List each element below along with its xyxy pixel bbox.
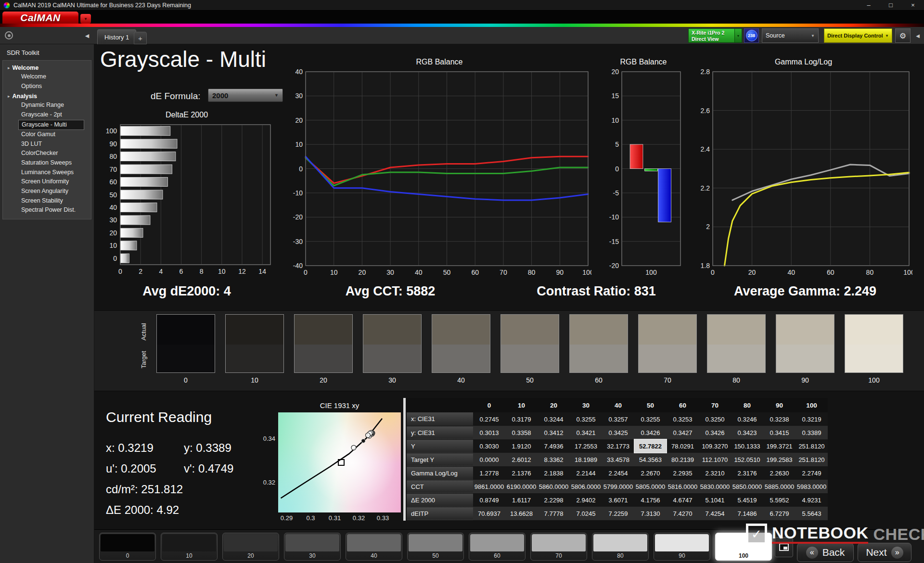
table-cell: 0.8749: [473, 493, 505, 507]
meter-select[interactable]: X-Rite i1Pro 2 Direct View ▼: [688, 28, 742, 43]
svg-text:90: 90: [109, 140, 117, 148]
swatch-actual: [845, 315, 903, 345]
svg-text:0: 0: [711, 269, 715, 276]
back-button[interactable]: « Back: [797, 543, 854, 562]
spectrum-strip: [0, 24, 924, 27]
calman-logo[interactable]: CalMAN: [2, 12, 78, 24]
display-control-select[interactable]: Direct Display Control ▼: [824, 28, 892, 43]
sidebar: SDR Toolkit ▸WelcomeWelcomeOptions▸Analy…: [0, 44, 94, 563]
tab-history-1[interactable]: History 1: [97, 29, 136, 44]
patch-window-button[interactable]: [775, 537, 793, 557]
table-cell: 70.6937: [473, 507, 505, 520]
next-chevron-icon: »: [891, 547, 903, 559]
patch-button-0[interactable]: 0: [99, 533, 156, 561]
svg-text:50: 50: [443, 269, 451, 276]
sidebar-item-grayscale-multi[interactable]: Grayscale - Multi: [18, 120, 84, 130]
svg-text:0: 0: [304, 269, 308, 276]
svg-text:0: 0: [118, 268, 122, 275]
patch-button-80[interactable]: 80: [592, 533, 649, 561]
svg-text:70: 70: [500, 269, 507, 276]
sidebar-item-screen-uniformity[interactable]: Screen Uniformity: [3, 177, 91, 187]
svg-text:5: 5: [615, 141, 619, 148]
patch-button-90[interactable]: 90: [654, 533, 710, 561]
table-cell: 32.1773: [602, 439, 634, 453]
sidebar-group-welcome[interactable]: ▸Welcome: [3, 63, 91, 72]
patch-button-60[interactable]: 60: [469, 533, 526, 561]
toolkit-menu-button[interactable]: [5, 31, 13, 39]
sidebar-group-analysis[interactable]: ▸Analysis: [3, 91, 91, 101]
table-cell: 2.6012: [505, 453, 538, 466]
sidebar-item-colorchecker[interactable]: ColorChecker: [3, 149, 91, 158]
rgb-balance-bar-chart: RGB Balance -20-15-10-505101520100: [603, 58, 684, 279]
table-col-header-50: 50: [634, 398, 667, 412]
collapse-sidebar-button[interactable]: ◀: [83, 31, 91, 40]
table-row-label: Gamma Log/Log: [407, 466, 473, 480]
patch-button-70[interactable]: 70: [530, 533, 587, 561]
logo-menu-button[interactable]: ▼: [80, 14, 91, 24]
settings-button[interactable]: ⚙: [895, 28, 911, 43]
add-tab-button[interactable]: +: [134, 32, 147, 44]
svg-text:20: 20: [295, 116, 303, 124]
sidebar-item-luminance-sweeps[interactable]: Luminance Sweeps: [3, 168, 91, 178]
table-col-header-20: 20: [538, 398, 570, 412]
sidebar-item-saturation-sweeps[interactable]: Saturation Sweeps: [3, 158, 91, 168]
source-select[interactable]: Source ▼: [762, 28, 819, 43]
table-col-header-70: 70: [699, 398, 731, 412]
patch-button-100[interactable]: 100: [715, 533, 772, 561]
sidebar-item-spectral-power-dist[interactable]: Spectral Power Dist.: [3, 205, 91, 215]
svg-text:1.8: 1.8: [701, 262, 710, 269]
maximize-button[interactable]: □: [880, 0, 902, 10]
reading-de: ΔE 2000: 4.92: [106, 503, 184, 517]
table-cell: 7.2259: [602, 507, 634, 520]
patch-button-10[interactable]: 10: [161, 533, 218, 561]
sidebar-item-welcome[interactable]: Welcome: [3, 72, 91, 82]
swatch-box: [638, 314, 697, 373]
de-formula-select[interactable]: 2000 ▼: [208, 89, 283, 102]
svg-text:100: 100: [582, 269, 591, 276]
patch-button-20[interactable]: 20: [222, 533, 279, 561]
table-row-label: y: CIE31: [407, 426, 473, 439]
table-cell: 112.1070: [699, 453, 731, 466]
sidebar-item-3d-lut[interactable]: 3D LUT: [3, 140, 91, 149]
swatch-target: [570, 345, 628, 372]
svg-text:30: 30: [295, 92, 303, 100]
svg-text:90: 90: [556, 269, 564, 276]
current-reading-title: Current Reading: [106, 409, 233, 425]
cie-chart-plot: [278, 412, 401, 512]
sidebar-item-screen-stability[interactable]: Screen Stability: [3, 196, 91, 206]
sidebar-item-grayscale-2pt[interactable]: Grayscale - 2pt: [3, 110, 91, 120]
patch-button-40[interactable]: 40: [346, 533, 402, 561]
sidebar-item-color-gamut[interactable]: Color Gamut: [3, 130, 91, 140]
swatch-actual: [226, 315, 283, 345]
swatch-row: 0102030405060708090100: [156, 314, 903, 384]
table-cell: 4.1756: [634, 493, 667, 507]
table-cell[interactable]: 52.7822: [634, 439, 667, 453]
patch-label: 70: [531, 551, 587, 560]
chart-title: Gamma Log/Log: [694, 58, 912, 69]
minimize-button[interactable]: –: [858, 0, 880, 10]
svg-text:-20: -20: [293, 213, 303, 221]
sidebar-item-dynamic-range[interactable]: Dynamic Range: [3, 101, 91, 110]
svg-text:0: 0: [615, 165, 619, 173]
svg-text:20: 20: [748, 269, 756, 276]
patch-button-30[interactable]: 30: [284, 533, 341, 561]
meter-status-badge: 238: [744, 28, 759, 43]
table-cell: 0.3250: [699, 412, 731, 426]
next-button[interactable]: Next »: [858, 543, 911, 562]
table-cell: 17.2553: [570, 439, 602, 453]
patch-button-50[interactable]: 50: [407, 533, 464, 561]
swatch-target: [776, 345, 834, 372]
sidebar-item-screen-angularity[interactable]: Screen Angularity: [3, 187, 91, 196]
collapse-panel-button[interactable]: ◀: [912, 28, 923, 43]
close-button[interactable]: ×: [902, 0, 924, 10]
sidebar-item-options[interactable]: Options: [3, 82, 91, 91]
svg-text:2.4: 2.4: [701, 145, 710, 153]
table-corner: [407, 398, 473, 412]
table-row-label: ΔE 2000: [407, 493, 473, 507]
cie-x-tick: 0.32: [353, 514, 365, 522]
table-cell: 2.1376: [505, 466, 538, 480]
patch-swatch: [409, 534, 462, 551]
svg-text:10: 10: [330, 269, 338, 276]
patch-label: 40: [346, 551, 402, 560]
swatch-label: 50: [500, 376, 559, 384]
